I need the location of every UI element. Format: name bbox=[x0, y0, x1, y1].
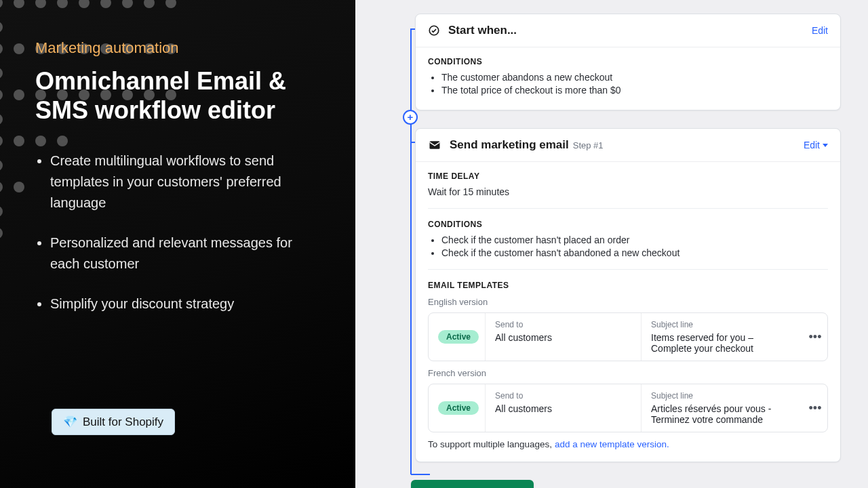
email-icon bbox=[428, 138, 441, 152]
promo-panel: Marketing automation Omnichannel Email &… bbox=[0, 0, 355, 488]
step-number: Step #1 bbox=[573, 140, 604, 150]
subject-value: Articles réservés pour vous - Terminez v… bbox=[651, 403, 793, 425]
subject-value: Items reserved for you – Complete your c… bbox=[651, 332, 793, 354]
edit-email-step-link[interactable]: Edit bbox=[804, 140, 828, 150]
condition-item: Check if the customer hasn't placed an o… bbox=[441, 235, 828, 245]
svg-rect-1 bbox=[430, 141, 440, 149]
feature-bullet: Create multilingual workflows to send te… bbox=[50, 150, 320, 214]
feature-bullet: Simplify your discount strategy bbox=[50, 293, 320, 314]
divider bbox=[428, 208, 828, 209]
diamond-icon: 💎 bbox=[63, 415, 77, 429]
subject-label: Subject line bbox=[651, 391, 793, 401]
feature-bullets: Create multilingual workflows to send te… bbox=[35, 150, 320, 314]
send-to-label: Send to bbox=[495, 391, 631, 401]
divider bbox=[428, 269, 828, 270]
email-step-card: Send marketing email Step #1 Edit TIME D… bbox=[415, 128, 841, 462]
feature-bullet: Personalized and relevant messages for e… bbox=[50, 232, 320, 274]
templates-label: EMAIL TEMPLATES bbox=[428, 281, 828, 290]
email-step-conditions: Check if the customer hasn't placed an o… bbox=[428, 235, 828, 258]
start-card: Start when... Edit CONDITIONS The custom… bbox=[415, 14, 841, 110]
badge-text: Built for Shopify bbox=[83, 415, 163, 429]
workflow-canvas: + Start when... Edit CONDITIONS The cust… bbox=[355, 0, 868, 488]
condition-item: The total price of checkout is more than… bbox=[441, 85, 828, 96]
eyebrow: Marketing automation bbox=[35, 39, 320, 57]
send-to-value: All customers bbox=[495, 403, 631, 414]
more-actions-button[interactable]: ••• bbox=[803, 313, 827, 361]
template-row[interactable]: Active Send to All customers Subject lin… bbox=[428, 312, 828, 361]
subject-label: Subject line bbox=[651, 320, 793, 329]
conditions-label: CONDITIONS bbox=[428, 57, 828, 66]
send-to-label: Send to bbox=[495, 320, 631, 329]
dots-icon: ••• bbox=[809, 330, 822, 344]
start-title: Start when... bbox=[448, 24, 517, 37]
time-delay-label: TIME DELAY bbox=[428, 171, 828, 181]
template-row[interactable]: Active Send to All customers Subject lin… bbox=[428, 384, 828, 432]
dots-icon: ••• bbox=[809, 401, 822, 415]
built-for-shopify-badge: 💎 Built for Shopify bbox=[52, 409, 175, 435]
start-conditions: The customer abandons a new checkout The… bbox=[428, 72, 828, 96]
add-node-button[interactable]: + bbox=[403, 110, 418, 125]
edit-start-link[interactable]: Edit bbox=[812, 25, 828, 36]
send-to-value: All customers bbox=[495, 332, 631, 343]
template-version-label: English version bbox=[428, 297, 828, 307]
multilang-hint: To support multiple languages, add a new… bbox=[428, 439, 828, 449]
chevron-down-icon bbox=[823, 144, 828, 147]
time-delay-value: Wait for 15 minutes bbox=[428, 186, 828, 197]
add-template-version-link[interactable]: add a new template version. bbox=[555, 439, 669, 449]
status-badge: Active bbox=[438, 401, 479, 415]
check-circle-icon bbox=[428, 24, 440, 37]
condition-item: The customer abandons a new checkout bbox=[441, 72, 828, 83]
condition-item: Check if the customer hasn't abandoned a… bbox=[441, 247, 828, 258]
template-version-label: French version bbox=[428, 368, 828, 378]
more-actions-button[interactable]: ••• bbox=[803, 384, 827, 432]
add-marketing-activity-button[interactable]: Add marketing activity bbox=[411, 480, 534, 488]
status-badge: Active bbox=[438, 330, 479, 344]
email-step-title: Send marketing email bbox=[450, 138, 569, 152]
conditions-label: CONDITIONS bbox=[428, 220, 828, 229]
headline: Omnichannel Email & SMS workflow editor bbox=[35, 66, 320, 125]
